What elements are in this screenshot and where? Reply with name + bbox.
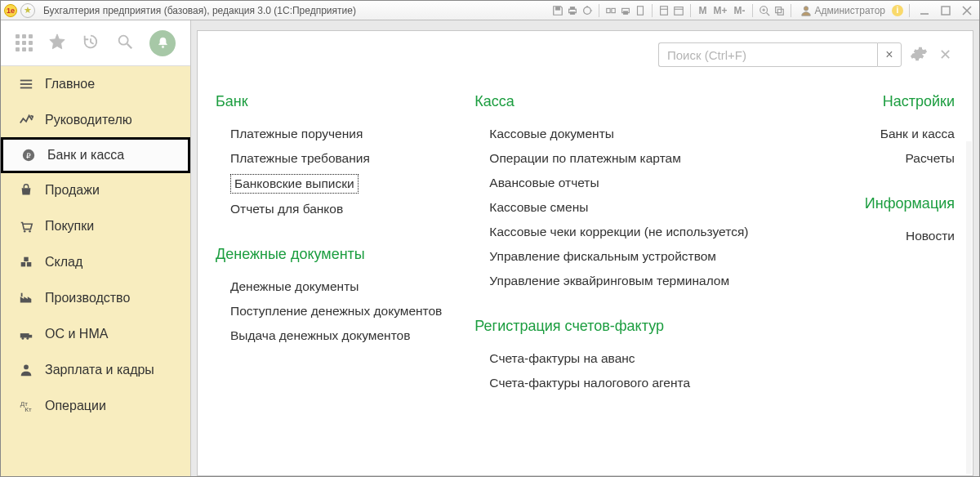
link-correction-rcpt[interactable]: Кассовые чеки коррекции (не используется… <box>489 220 748 244</box>
dbprint-icon[interactable] <box>620 5 631 16</box>
compare-icon[interactable] <box>605 5 617 16</box>
close-panel-button[interactable]: ✕ <box>936 46 955 64</box>
link-cash-shifts[interactable]: Кассовые смены <box>489 195 748 220</box>
sidebar-item-warehouse[interactable]: Склад <box>1 244 190 280</box>
link-dendoc-list[interactable]: Денежные документы <box>230 274 442 299</box>
sidebar-item-label: Зарплата и кадры <box>45 363 154 377</box>
window-close-button[interactable] <box>958 5 976 16</box>
sidebar-item-sales[interactable]: Продажи <box>1 172 190 208</box>
column-settings-info: Настройки Банк и касса Расчеты Информаци… <box>865 93 955 248</box>
head-dendoc[interactable]: Денежные документы <box>216 246 442 263</box>
head-bank[interactable]: Банк <box>216 93 442 110</box>
sidebar-item-manager[interactable]: Руководителю <box>1 102 190 138</box>
sidebar-item-main[interactable]: Главное <box>1 66 190 102</box>
refresh-icon[interactable] <box>581 5 593 16</box>
head-regsf[interactable]: Регистрация счетов-фактур <box>474 318 748 335</box>
link-acquiring-ctrl[interactable]: Управление эквайринговым терминалом <box>489 269 748 293</box>
sidebar-item-operations[interactable]: ДтКт Операции <box>1 388 190 424</box>
print-icon[interactable] <box>567 5 578 16</box>
svg-line-26 <box>91 42 94 44</box>
calc-mplus-button[interactable]: M+ <box>711 5 728 16</box>
svg-rect-41 <box>20 333 29 337</box>
star-icon[interactable] <box>48 33 66 53</box>
sidebar-item-label: Склад <box>45 255 82 270</box>
svg-point-36 <box>29 230 31 233</box>
svg-point-29 <box>162 46 163 47</box>
current-user[interactable]: Администратор <box>797 5 889 16</box>
head-settings[interactable]: Настройки <box>865 93 955 110</box>
link-fiscal-ctrl[interactable]: Управление фискальным устройством <box>489 244 748 269</box>
sidebar-item-purchases[interactable]: Покупки <box>1 208 190 244</box>
history-icon[interactable] <box>82 33 100 53</box>
info-icon[interactable]: i <box>892 5 903 16</box>
sidebar: Главное Руководителю ₽ Банк и касса Прод… <box>1 20 191 476</box>
clear-search-button[interactable]: × <box>877 42 902 67</box>
svg-line-15 <box>767 12 770 16</box>
svg-rect-38 <box>27 262 31 266</box>
svg-rect-30 <box>20 80 32 82</box>
sidebar-item-label: Производство <box>45 291 130 305</box>
sidebar-item-production[interactable]: Производство <box>1 280 190 316</box>
link-payment-demands[interactable]: Платежные требования <box>230 146 442 171</box>
link-payment-orders[interactable]: Платежные поручения <box>230 122 442 146</box>
svg-rect-19 <box>778 9 784 15</box>
apps-icon[interactable] <box>16 34 33 51</box>
windows-icon[interactable] <box>773 5 785 16</box>
window-maximize-button[interactable] <box>937 5 955 16</box>
svg-rect-37 <box>21 262 25 266</box>
sidebar-item-label: ОС и НМА <box>45 327 108 341</box>
notifications-icon[interactable] <box>149 30 176 56</box>
user-name-label: Администратор <box>814 5 885 16</box>
svg-rect-18 <box>776 7 782 12</box>
svg-rect-12 <box>675 7 684 15</box>
search-icon[interactable] <box>116 33 134 53</box>
sidebar-item-label: Банк и касса <box>47 148 124 163</box>
link-settings-calc[interactable]: Расчеты <box>865 146 955 171</box>
link-sf-advance[interactable]: Счета-фактуры на аванс <box>489 346 748 371</box>
link-dendoc-out[interactable]: Выдача денежных документов <box>230 323 442 348</box>
link-card-ops[interactable]: Операции по платежным картам <box>489 146 748 171</box>
sidebar-item-label: Покупки <box>45 219 94 234</box>
calendar-icon[interactable] <box>673 5 684 16</box>
sidebar-item-bank-kassa[interactable]: ₽ Банк и касса <box>1 137 190 173</box>
favorite-icon[interactable]: ★ <box>20 3 35 18</box>
svg-rect-32 <box>20 87 32 89</box>
calc-mminus-button[interactable]: M- <box>732 5 746 16</box>
link-bank-reports[interactable]: Отчеты для банков <box>230 197 442 221</box>
settings-gear-icon[interactable] <box>910 45 928 65</box>
user-icon <box>800 5 812 16</box>
svg-rect-39 <box>24 257 28 261</box>
link-kassa-docs[interactable]: Кассовые документы <box>489 122 748 146</box>
svg-point-4 <box>584 7 591 14</box>
window-minimize-button[interactable] <box>915 5 933 16</box>
search-input[interactable] <box>658 42 877 67</box>
link-settings-bank[interactable]: Банк и касса <box>865 122 955 146</box>
svg-point-20 <box>804 6 808 10</box>
svg-rect-9 <box>638 6 644 15</box>
calc-icon[interactable] <box>658 5 670 16</box>
link-dendoc-in[interactable]: Поступление денежных документов <box>230 299 442 323</box>
main-area: × ✕ Банк Платежные поручения Платежные т… <box>191 20 979 476</box>
svg-rect-6 <box>612 8 615 12</box>
link-sf-tax-agent[interactable]: Счета-фактуры налогового агента <box>489 371 748 395</box>
doc-icon[interactable] <box>635 5 646 16</box>
sidebar-toolbar <box>1 20 190 66</box>
save-icon[interactable] <box>552 5 564 16</box>
zoom-in-icon[interactable] <box>759 5 770 16</box>
sidebar-item-hr[interactable]: Зарплата и кадры <box>1 352 190 388</box>
svg-point-27 <box>119 36 128 45</box>
svg-rect-2 <box>571 7 575 9</box>
svg-point-42 <box>22 337 24 340</box>
svg-rect-40 <box>21 293 23 297</box>
sidebar-item-os-nma[interactable]: ОС и НМА <box>1 316 190 352</box>
link-news[interactable]: Новости <box>865 224 955 248</box>
sidebar-item-label: Операции <box>45 399 106 413</box>
link-bank-statements[interactable]: Банковские выписки <box>230 174 359 194</box>
scrollbar-vertical[interactable] <box>966 141 972 474</box>
search-panel: × <box>658 42 902 67</box>
calc-m-button[interactable]: M <box>697 5 708 16</box>
head-info[interactable]: Информация <box>865 195 955 212</box>
head-kassa[interactable]: Касса <box>474 93 748 110</box>
link-advance-reports[interactable]: Авансовые отчеты <box>489 171 748 195</box>
svg-rect-44 <box>29 335 33 338</box>
